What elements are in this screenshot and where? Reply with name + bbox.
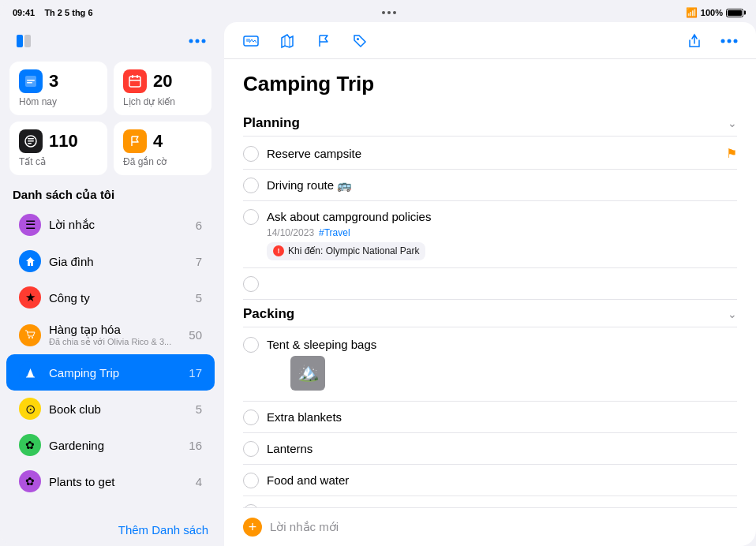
gardening-count: 16 [189, 439, 202, 452]
plants-icon: ✿ [19, 470, 41, 492]
add-list-button[interactable]: Thêm Danh sách [0, 514, 221, 546]
more-button[interactable] [718, 30, 740, 52]
stat-flagged-number: 4 [153, 133, 163, 150]
stat-all-number: 110 [49, 133, 78, 150]
status-center-dots [382, 11, 396, 14]
stat-flagged-label: Đã gắn cờ [123, 156, 202, 167]
bookclub-count: 5 [196, 402, 202, 416]
main-content: Camping Trip Planning ⌄ Reserve campsite… [224, 22, 756, 546]
sidebar-item-family[interactable]: Gia đình 7 [6, 243, 215, 279]
company-name: Công ty [49, 291, 188, 305]
check-item-reserve-campsite: Reserve campsite ⚑ [243, 138, 737, 170]
stat-today[interactable]: 3 Hôm nay [9, 62, 107, 115]
stats-grid: 3 Hôm nay 20 Lịch dự kiến [0, 58, 221, 185]
planning-collapse-button[interactable]: ⌄ [728, 117, 737, 129]
reminder-badge-text: Khi đến: Olympic National Park [288, 245, 419, 258]
svg-rect-19 [246, 39, 250, 42]
stat-today-icon [19, 69, 43, 93]
dot1 [382, 11, 385, 14]
company-count: 5 [196, 291, 202, 305]
grocery-count: 50 [189, 328, 202, 342]
svg-point-21 [721, 39, 725, 43]
sidebar-toggle-button[interactable] [13, 30, 35, 52]
check-circle-driving[interactable] [243, 178, 259, 193]
sidebar-item-reminders[interactable]: ☰ Lời nhắc 6 [6, 207, 215, 243]
stat-today-top: 3 [19, 69, 98, 93]
bookclub-name: Book club [49, 402, 188, 416]
check-text-blankets: Extra blankets [267, 409, 737, 425]
stat-flagged[interactable]: 4 Đã gắn cờ [114, 122, 211, 175]
sidebar-more-button[interactable] [186, 30, 208, 52]
family-count: 7 [196, 255, 202, 268]
svg-point-2 [189, 39, 193, 43]
share-button[interactable] [683, 30, 705, 52]
reminders-count: 6 [196, 219, 202, 232]
camping-icon [19, 361, 41, 383]
check-text-tent: Tent & sleeping bags 🏔️ [267, 336, 737, 394]
gallery-button[interactable] [240, 30, 262, 52]
tag-button[interactable] [349, 30, 371, 52]
check-text-driving: Driving route 🚌 [267, 177, 737, 193]
check-circle-food[interactable] [243, 473, 259, 488]
sidebar-item-company[interactable]: ★ Công ty 5 [6, 279, 215, 316]
main-toolbar [224, 22, 756, 59]
svg-point-23 [734, 39, 738, 43]
camping-count: 17 [189, 366, 202, 380]
svg-rect-7 [27, 82, 32, 84]
stat-today-number: 3 [49, 73, 58, 90]
stat-all[interactable]: 110 Tất cả [9, 122, 107, 175]
svg-rect-9 [132, 75, 133, 78]
check-circle-empty[interactable] [243, 276, 259, 292]
svg-rect-1 [24, 35, 31, 47]
stat-all-icon [19, 129, 43, 153]
check-text-food: Food and water [267, 472, 737, 488]
svg-point-22 [728, 39, 732, 43]
packing-section-header: Packing ⌄ [243, 300, 737, 327]
add-reminder-label: Lời nhắc mới [270, 520, 339, 534]
check-circle-blankets[interactable] [243, 410, 259, 425]
sidebar-item-bookclub[interactable]: ⊙ Book club 5 [6, 391, 215, 427]
bookclub-icon: ⊙ [19, 398, 41, 420]
status-time: 09:41 [13, 8, 35, 17]
sidebar-item-plants[interactable]: ✿ Plants to get 4 [6, 463, 215, 499]
packing-collapse-button[interactable]: ⌄ [728, 308, 737, 320]
add-reminder-button[interactable]: + [243, 518, 262, 537]
app-container: 3 Hôm nay 20 Lịch dự kiến [0, 22, 756, 546]
check-item-blankets: Extra blankets [243, 402, 737, 433]
svg-rect-10 [137, 75, 138, 78]
company-icon: ★ [19, 286, 41, 309]
stat-all-label: Tất cả [19, 156, 98, 167]
list-items-container: ☰ Lời nhắc 6 Gia đình 7 [0, 207, 221, 514]
gardening-icon: ✿ [19, 434, 41, 456]
check-text-policies: Ask about campground policies 14/10/2023… [267, 208, 737, 260]
stat-today-label: Hôm nay [19, 96, 98, 107]
policies-date: 14/10/2023 [267, 226, 314, 240]
check-circle-reserve[interactable] [243, 146, 259, 162]
check-item-empty [243, 268, 737, 300]
stat-scheduled-number: 20 [153, 73, 172, 90]
svg-rect-0 [17, 35, 23, 47]
sidebar-item-gardening[interactable]: ✿ Gardening 16 [6, 427, 215, 463]
reminder-badge: ! Khi đến: Olympic National Park [267, 242, 425, 260]
sidebar-item-grocery[interactable]: Hàng tạp hóa Đã chia sẻ với Olivia Rico … [6, 316, 215, 354]
camping-name: Camping Trip [49, 366, 181, 380]
map-button[interactable] [276, 30, 298, 52]
svg-rect-6 [27, 80, 35, 81]
stat-flagged-top: 4 [123, 129, 202, 153]
check-circle-policies[interactable] [243, 209, 259, 225]
stat-all-top: 110 [19, 129, 98, 153]
flag-button[interactable] [313, 30, 335, 52]
planning-section-title: Planning [243, 115, 300, 131]
stat-scheduled[interactable]: 20 Lịch dự kiến [114, 62, 211, 115]
status-bar: 09:41 Th 2 5 thg 6 📶 100% [0, 0, 756, 22]
check-item-driving-route: Driving route 🚌 [243, 170, 737, 201]
svg-rect-14 [28, 138, 34, 140]
status-day: Th 2 5 thg 6 [44, 8, 92, 17]
toolbar-left [240, 30, 371, 52]
svg-rect-13 [28, 140, 34, 142]
check-circle-lanterns[interactable] [243, 441, 259, 457]
svg-point-3 [196, 39, 200, 43]
check-circle-tent[interactable] [243, 337, 259, 353]
sidebar-item-camping[interactable]: Camping Trip 17 [6, 354, 215, 391]
battery-icon [726, 9, 743, 17]
